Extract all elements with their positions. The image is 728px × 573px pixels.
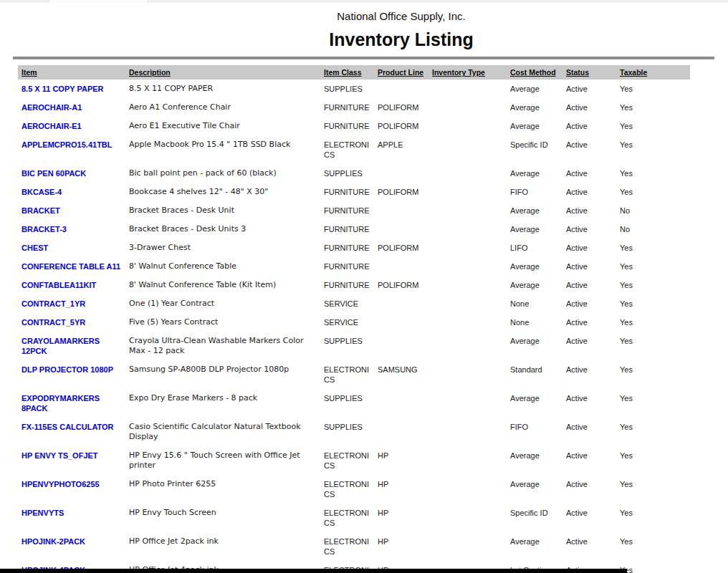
product-line-cell: HP — [378, 446, 432, 475]
item-class-cell: ELECTRONICS — [324, 446, 378, 475]
inventory-type-cell — [432, 257, 510, 276]
item-class-cell: FURNITURE — [324, 98, 378, 117]
item-cell[interactable]: FX-115ES CALCULATOR — [18, 418, 129, 446]
inventory-type-cell — [432, 164, 510, 183]
cost-method-cell: Average — [510, 201, 566, 220]
product-line-cell — [378, 389, 432, 418]
item-cell[interactable]: BKCASE-4 — [18, 183, 129, 201]
item-cell[interactable]: HPOJINK-2PACK — [18, 532, 129, 561]
status-cell: Active — [566, 446, 620, 475]
inventory-type-cell — [432, 389, 510, 418]
product-line-cell — [378, 220, 432, 239]
taxable-cell: Yes — [620, 276, 690, 294]
item-class-cell: FURNITURE — [324, 220, 378, 239]
item-cell[interactable]: AEROCHAIR-A1 — [18, 98, 129, 117]
taxable-cell: Yes — [620, 239, 690, 257]
item-cell[interactable]: APPLEMCPRO15.41TBL — [18, 135, 129, 164]
description-cell: 3-Drawer Chest — [129, 239, 324, 257]
item-class-cell: FURNITURE — [324, 239, 378, 257]
table-row: AEROCHAIR-A1Aero A1 Conference ChairFURN… — [18, 98, 690, 117]
column-header-cost-method[interactable]: Cost Method — [510, 65, 566, 80]
description-cell: HP Photo Printer 6255 — [129, 475, 324, 504]
item-cell[interactable]: CONTRACT_1YR — [18, 294, 129, 313]
item-cell[interactable]: AEROCHAIR-E1 — [18, 117, 129, 135]
item-cell[interactable]: CONFERENCE TABLE A11 — [18, 257, 129, 276]
taxable-cell: Yes — [620, 504, 690, 532]
table-row: APPLEMCPRO15.41TBLApple Macbook Pro 15.4… — [18, 135, 690, 164]
description-cell: Samsung SP-A800B DLP Projector 1080p — [129, 360, 324, 389]
status-cell: Active — [566, 117, 620, 135]
cost-method-cell: Average — [510, 446, 566, 475]
inventory-type-cell — [432, 532, 510, 561]
status-cell: Active — [566, 135, 620, 164]
status-cell: Active — [566, 257, 620, 276]
item-cell[interactable]: CONFTABLEA11KIT — [18, 276, 129, 294]
column-header-taxable[interactable]: Taxable — [620, 65, 690, 80]
inventory-type-cell — [432, 276, 510, 294]
item-class-cell: SERVICE — [324, 313, 378, 332]
item-cell[interactable]: BRACKET-3 — [18, 220, 129, 239]
item-cell[interactable]: HPENVYPHOTO6255 — [18, 475, 129, 504]
taxable-cell: Yes — [620, 418, 690, 446]
description-cell: Bracket Braces - Desk Unit — [129, 201, 324, 220]
cost-method-cell: Average — [510, 532, 566, 561]
status-cell: Active — [566, 418, 620, 446]
item-cell[interactable]: CHEST — [18, 239, 129, 257]
item-cell[interactable]: CRAYOLAMARKERS 12PCK — [18, 332, 129, 360]
inventory-type-cell — [432, 201, 510, 220]
inventory-type-cell — [432, 504, 510, 532]
table-row: BIC PEN 60PACKBic ball point pen - pack … — [18, 164, 690, 183]
cost-method-cell: Average — [510, 276, 566, 294]
status-cell: Active — [566, 201, 620, 220]
column-header-product-line[interactable]: Product Line — [378, 65, 432, 80]
cost-method-cell: FIFO — [510, 418, 566, 446]
item-cell[interactable]: HPENVYTS — [18, 504, 129, 532]
description-cell: HP Office Jet 2pack ink — [129, 532, 324, 561]
title-divider — [13, 57, 714, 59]
taxable-cell: Yes — [620, 257, 690, 276]
table-row: BKCASE-4Bookcase 4 shelves 12" - 48" X 3… — [18, 183, 690, 201]
item-class-cell: SUPPLIES — [324, 80, 378, 98]
inventory-table-body: 8.5 X 11 COPY PAPER8.5 X 11 COPY PAPERSU… — [18, 80, 690, 573]
taxable-cell: Yes — [620, 446, 690, 475]
inventory-type-cell — [432, 239, 510, 257]
product-line-cell: HP — [378, 475, 432, 504]
product-line-cell: POLIFORM — [378, 276, 432, 294]
description-cell: 8' Walnut Conference Table (Kit Item) — [129, 276, 324, 294]
description-cell: Aero E1 Executive Tile Chair — [129, 117, 324, 135]
table-row: BRACKET-3Bracket Braces - Desk Units 3FU… — [18, 220, 690, 239]
page-title: Inventory Listing — [37, 29, 728, 50]
column-header-description[interactable]: Description — [129, 65, 324, 80]
cost-method-cell: Average — [510, 220, 566, 239]
item-cell[interactable]: 8.5 X 11 COPY PAPER — [18, 80, 129, 98]
item-class-cell: FURNITURE — [324, 276, 378, 294]
item-cell[interactable]: EXPODRYMARKERS 8PACK — [18, 389, 129, 418]
item-cell[interactable]: BRACKET — [18, 201, 129, 220]
column-header-status[interactable]: Status — [566, 65, 620, 80]
column-header-inventory-type[interactable]: Inventory Type — [432, 65, 510, 80]
taxable-cell: Yes — [620, 183, 690, 201]
table-row: CRAYOLAMARKERS 12PCKCrayola Ultra-Clean … — [18, 332, 690, 360]
item-cell[interactable]: BIC PEN 60PACK — [18, 164, 129, 183]
product-line-cell: POLIFORM — [378, 183, 432, 201]
description-cell: Apple Macbook Pro 15.4 " 1TB SSD Black — [129, 135, 324, 164]
column-header-item-class[interactable]: Item Class — [324, 65, 378, 80]
status-cell: Active — [566, 98, 620, 117]
product-line-cell — [378, 294, 432, 313]
description-cell: Five (5) Years Contract — [129, 313, 324, 332]
status-cell: Active — [566, 504, 620, 532]
inventory-type-cell — [432, 446, 510, 475]
inventory-type-cell — [432, 80, 510, 98]
item-class-cell: SUPPLIES — [324, 418, 378, 446]
item-class-cell: SUPPLIES — [324, 389, 378, 418]
product-line-cell — [378, 164, 432, 183]
item-cell[interactable]: CONTRACT_5YR — [18, 313, 129, 332]
column-header-item[interactable]: Item — [18, 65, 129, 80]
description-cell: Casio Scientific Calculator Natural Text… — [129, 418, 324, 446]
item-cell[interactable]: HP ENVY TS_OFJET — [18, 446, 129, 475]
inventory-type-cell — [432, 294, 510, 313]
status-cell: Active — [566, 276, 620, 294]
item-cell[interactable]: DLP PROJECTOR 1080P — [18, 360, 129, 389]
taxable-cell: Yes — [620, 332, 690, 360]
table-row: BRACKETBracket Braces - Desk UnitFURNITU… — [18, 201, 690, 220]
